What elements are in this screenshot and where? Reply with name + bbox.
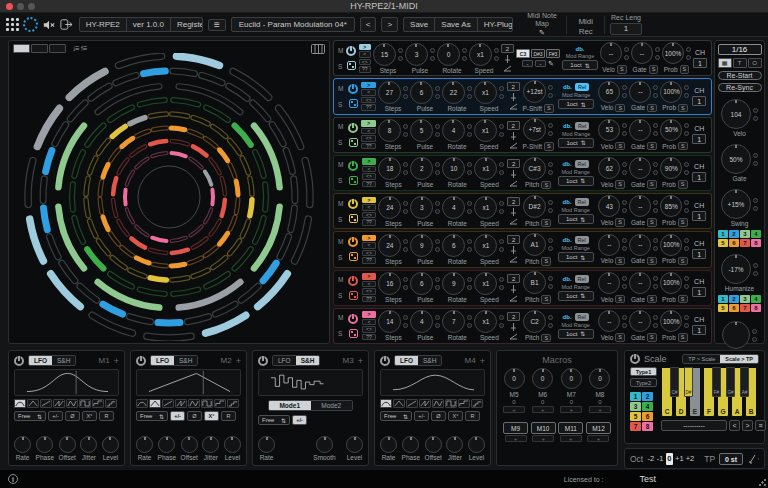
prob-knob[interactable]: 100% [660,234,682,256]
macro-button-m9[interactable]: M9 [503,422,528,434]
mod-slot-dots[interactable] [684,123,689,136]
scale-track-6[interactable]: 6 [642,412,653,421]
mod-range-select[interactable]: 1oct⇅ [558,138,594,148]
lfo-shape-button-1[interactable] [380,399,392,408]
ring-step-active[interactable] [171,128,184,130]
mod-slot-dot[interactable] [467,323,472,328]
mod-jitter-knob[interactable] [202,436,219,453]
mod-slot-dots[interactable] [684,276,689,289]
mod-slot-dots[interactable] [548,276,553,289]
mod-tool-R[interactable]: R [221,411,236,421]
prob-knob[interactable]: 85% [660,195,682,217]
steps-knob[interactable]: 18 [378,157,401,180]
steps-knob[interactable]: 24 [378,234,401,257]
mod-slot-dots[interactable] [403,277,408,290]
velo-snap-toggle[interactable]: S [615,142,625,151]
gate-knob[interactable]: -- [629,310,651,332]
direction-button[interactable]: ?? [361,104,376,111]
mod-slot-dots[interactable] [499,277,504,290]
swing-track-grid-track-4[interactable]: 4 [751,230,761,238]
prob-snap-toggle[interactable]: S [678,333,688,342]
prob-knob[interactable]: 50% [660,119,682,141]
pitch-snap-toggle[interactable]: S [541,295,551,304]
mod-slot-dot[interactable] [403,124,408,129]
mod-slot-dot[interactable] [622,315,627,320]
velo-knob[interactable]: -- [598,272,620,294]
scale-track-7[interactable]: 7 [630,422,641,431]
mod-offset-knob[interactable] [425,436,442,453]
lfo-shape-button-5[interactable] [432,399,444,408]
solo-button[interactable]: S [338,292,345,299]
mod-slot-dot[interactable] [684,123,689,128]
scale-preset-select[interactable]: ---------- [661,420,727,431]
mod-slot-dot[interactable] [622,162,627,167]
mod-tool-[interactable]: +/- [292,415,307,425]
pulse-knob[interactable]: 4 [410,310,433,333]
mute-button[interactable]: M [338,47,344,54]
ring-step-active[interactable] [44,208,48,230]
mod-slot-dot[interactable] [653,284,658,289]
mod-slot-dots[interactable] [494,48,499,61]
lfo-shape-button-1[interactable] [14,399,26,408]
mod-slot-dot[interactable] [753,161,758,166]
mod-slot-dot[interactable] [653,85,658,90]
track-row-3[interactable]: MS><<>??8Steps5Pulse4Rotatex1Speed2+7stP… [333,117,712,153]
ring-step-active[interactable] [30,219,44,261]
direction-button[interactable]: < [362,319,377,326]
mod-slot-dot[interactable] [753,153,758,158]
mod-slot-dots[interactable] [403,86,408,99]
mod-slot-dot[interactable] [435,247,440,252]
track-power-button[interactable] [348,161,358,171]
macro-assign-button[interactable]: + [560,406,582,413]
gate-knob[interactable]: -- [629,234,651,256]
mod-slot-dot[interactable] [684,131,689,136]
mod-slot-dot[interactable] [467,94,472,99]
lfo-shape-button-4[interactable] [175,399,187,408]
mod-slot-dots[interactable] [435,162,440,175]
grid-page-2-button[interactable] [31,44,48,53]
mod-slot-dots[interactable] [622,276,627,289]
mod-tool-R[interactable]: R [465,411,480,421]
speed-knob[interactable]: x1 [474,81,497,104]
mod-slot-dot[interactable] [467,209,472,214]
ring-step-active[interactable] [219,233,227,244]
macro-assign-button[interactable]: + [589,406,611,413]
mod-slot-dot[interactable] [435,86,440,91]
gate-mode-icon[interactable] [509,256,518,263]
black-key-Cs[interactable]: C# [670,367,679,397]
gate-snap-toggle[interactable]: S [647,104,657,113]
gate-knob[interactable]: -- [631,42,653,64]
mod-smooth-knob[interactable] [316,436,333,453]
channel-value[interactable]: 1 [692,287,706,297]
resize-grip[interactable] [758,478,767,487]
mod-slot-dot[interactable] [403,132,408,137]
mod-jitter-knob[interactable] [446,436,463,453]
mod-rate-knob[interactable] [14,436,31,453]
mod-slot-dot[interactable] [494,56,499,61]
mod-slot-dots[interactable] [403,124,408,137]
solo-button[interactable]: S [338,254,345,261]
note-key[interactable]: D#3 [531,49,545,58]
mod-slot-dots[interactable] [622,200,627,213]
speed-knob[interactable]: x1 [474,157,497,180]
ring-step-active[interactable] [125,190,126,205]
mod-sync-select[interactable]: Free⇅ [14,411,46,421]
pitch-knob[interactable]: A1 [523,233,546,256]
global-gate-knob[interactable]: 50% [721,144,751,174]
mod-slot-dot[interactable] [548,170,553,175]
channel-value[interactable]: 1 [692,134,706,144]
scale-mode-tab[interactable]: TP > Scale [683,355,720,363]
rotate-knob[interactable]: 9 [442,272,465,295]
track-power-button[interactable] [346,46,356,56]
prob-knob[interactable]: 90% [660,157,682,179]
prob-snap-toggle[interactable]: S [678,142,688,151]
direction-button[interactable]: > [361,120,376,127]
mod-slot-dot[interactable] [752,329,757,334]
mod-slot-dot[interactable] [622,276,627,281]
mod-slot-dots[interactable] [653,162,658,175]
edit-notes-pencil-icon[interactable]: ✎ [548,60,554,68]
mod-slot-dot[interactable] [684,323,689,328]
mod-offset-knob[interactable] [181,436,198,453]
mod-slot-dot[interactable] [653,93,658,98]
mod-slot-dots[interactable] [655,47,660,60]
